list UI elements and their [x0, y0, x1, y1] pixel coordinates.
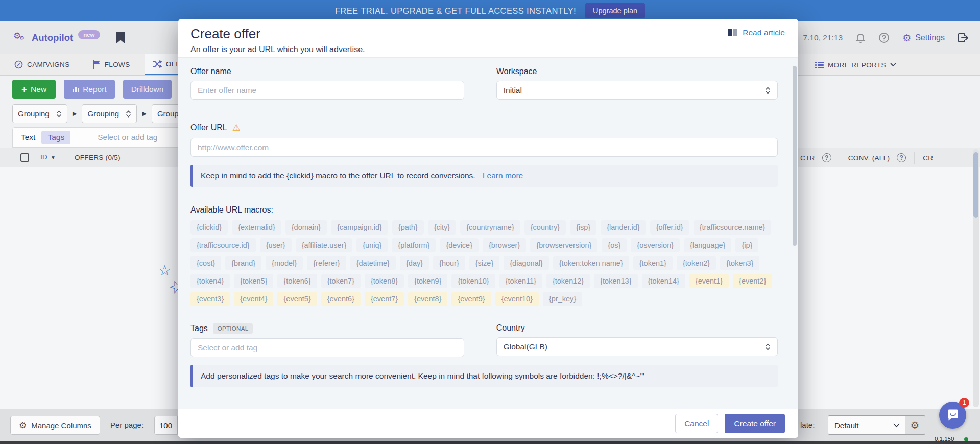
macro-chip[interactable]: {token:token name}: [553, 256, 629, 270]
macro-chip[interactable]: {token8}: [365, 274, 404, 288]
new-button[interactable]: + New: [12, 80, 56, 99]
macro-chip[interactable]: {offer.id}: [650, 220, 689, 235]
macro-chip[interactable]: {event2}: [733, 274, 772, 288]
filter-mode-tags[interactable]: Tags: [41, 131, 70, 144]
macro-chip[interactable]: {path}: [392, 220, 424, 235]
macro-chip[interactable]: {device}: [440, 238, 479, 252]
macro-chip[interactable]: {token5}: [234, 274, 273, 288]
macro-chip[interactable]: {pr_key}: [543, 292, 582, 306]
macro-chip[interactable]: {osversion}: [631, 238, 680, 252]
page-scrollbar[interactable]: [973, 149, 979, 407]
tab-flows[interactable]: FLOWS: [84, 54, 138, 75]
macro-chip[interactable]: {token14}: [642, 274, 685, 288]
clickid-note-text: Keep in mind to add the {clickid} macro …: [201, 171, 475, 180]
macro-chip[interactable]: {trafficsource.name}: [694, 220, 772, 235]
macro-chip[interactable]: {event1}: [689, 274, 729, 288]
macro-chip[interactable]: {uniq}: [356, 238, 388, 252]
offer-url-input[interactable]: [190, 138, 778, 157]
macro-chip[interactable]: {event6}: [321, 292, 361, 306]
workspace-select[interactable]: Initial: [496, 81, 778, 100]
macro-chip[interactable]: {trafficsource.id}: [190, 238, 256, 252]
arrow-right-icon: ▶: [73, 110, 77, 117]
tab-campaigns[interactable]: CAMPAIGNS: [6, 54, 78, 75]
macro-chip[interactable]: {token6}: [277, 274, 317, 288]
macro-chip[interactable]: {event10}: [495, 292, 539, 306]
macro-chip[interactable]: {event3}: [190, 292, 230, 306]
template-settings-gear-icon[interactable]: ⚙: [905, 415, 925, 435]
macro-chip[interactable]: {hour}: [433, 256, 465, 270]
macro-chip[interactable]: {user}: [260, 238, 292, 252]
modal-scrollbar-thumb[interactable]: [793, 66, 797, 246]
macro-chip[interactable]: {event8}: [408, 292, 447, 306]
macro-chip[interactable]: {platform}: [392, 238, 436, 252]
offer-name-input[interactable]: [190, 81, 464, 100]
template-select[interactable]: Default: [828, 415, 905, 435]
macro-chip[interactable]: {browser}: [483, 238, 526, 252]
macro-chip[interactable]: {affiliate.user}: [296, 238, 353, 252]
macro-chip[interactable]: {cost}: [190, 256, 221, 270]
report-button-label: Report: [83, 85, 107, 94]
id-column-header[interactable]: ID ▼: [40, 153, 56, 161]
macro-chip[interactable]: {token13}: [594, 274, 637, 288]
macro-chip[interactable]: {token2}: [677, 256, 716, 270]
country-select[interactable]: Global(GLB): [496, 337, 778, 356]
filter-mode-text[interactable]: Text: [21, 133, 35, 142]
macro-chip[interactable]: {day}: [400, 256, 429, 270]
drilldown-button[interactable]: Drilldown: [123, 80, 172, 99]
macro-chip[interactable]: {browserversion}: [530, 238, 597, 252]
macro-chip[interactable]: {brand}: [225, 256, 261, 270]
macro-chip[interactable]: {city}: [428, 220, 456, 235]
ctr-help-icon[interactable]: ?: [822, 153, 831, 162]
macro-chip[interactable]: {token1}: [633, 256, 673, 270]
sign-out-icon[interactable]: [958, 33, 969, 43]
macro-chip[interactable]: {countryname}: [460, 220, 520, 235]
macro-chip[interactable]: {datetime}: [350, 256, 396, 270]
report-button[interactable]: Report: [64, 80, 115, 99]
macro-chip[interactable]: {isp}: [570, 220, 596, 235]
autopilot-title[interactable]: Autopilot: [32, 32, 73, 43]
macro-chip[interactable]: {token10}: [451, 274, 495, 288]
macro-chip[interactable]: {model}: [266, 256, 303, 270]
macro-chip[interactable]: {event5}: [277, 292, 317, 306]
updown-chevron-icon: [765, 86, 771, 95]
conv-help-icon[interactable]: ?: [897, 153, 906, 162]
macro-chip[interactable]: {clickid}: [190, 220, 228, 235]
more-reports-button[interactable]: MORE REPORTS: [815, 54, 896, 76]
cancel-button[interactable]: Cancel: [675, 414, 718, 433]
macro-chip[interactable]: {ip}: [735, 238, 758, 252]
help-icon[interactable]: [878, 32, 890, 43]
macro-chip[interactable]: {domain}: [285, 220, 327, 235]
macro-chip[interactable]: {token7}: [321, 274, 361, 288]
settings-button[interactable]: ⚙ Settings: [902, 32, 945, 44]
macro-chip[interactable]: {event9}: [451, 292, 491, 306]
macro-chip[interactable]: {campaign.id}: [331, 220, 388, 235]
macro-chip[interactable]: {token3}: [720, 256, 759, 270]
manage-columns-button[interactable]: ⚙ Manage Columns: [10, 416, 100, 435]
upgrade-plan-button[interactable]: Upgrade plan: [585, 3, 645, 18]
bookmark-icon[interactable]: [116, 32, 125, 44]
bell-icon[interactable]: [855, 32, 866, 43]
macro-chip[interactable]: {externalid}: [232, 220, 281, 235]
macro-chip[interactable]: {language}: [684, 238, 731, 252]
macro-chip[interactable]: {token12}: [546, 274, 590, 288]
macro-chip[interactable]: {os}: [602, 238, 627, 252]
tags-input[interactable]: [190, 338, 464, 357]
grouping-select-1[interactable]: Grouping: [12, 104, 67, 123]
macro-chip[interactable]: {token9}: [408, 274, 447, 288]
create-offer-button[interactable]: Create offer: [725, 414, 785, 433]
page-scrollbar-thumb[interactable]: [973, 152, 978, 218]
macro-chip[interactable]: {token11}: [499, 274, 542, 288]
macro-chip[interactable]: {country}: [524, 220, 566, 235]
macro-chip[interactable]: {event7}: [365, 292, 404, 306]
macro-chip[interactable]: {event4}: [234, 292, 273, 306]
learn-more-link[interactable]: Learn more: [483, 171, 523, 180]
macro-chip[interactable]: {diagonal}: [504, 256, 549, 270]
macro-chip[interactable]: {size}: [469, 256, 499, 270]
per-page-select[interactable]: 100: [154, 416, 178, 435]
macro-chip[interactable]: {token4}: [190, 274, 230, 288]
macro-chip[interactable]: {referer}: [307, 256, 346, 270]
read-article-link[interactable]: Read article: [727, 28, 785, 37]
select-all-checkbox[interactable]: [20, 153, 29, 162]
macro-chip[interactable]: {lander.id}: [601, 220, 646, 235]
grouping-select-2[interactable]: Grouping: [82, 104, 137, 123]
